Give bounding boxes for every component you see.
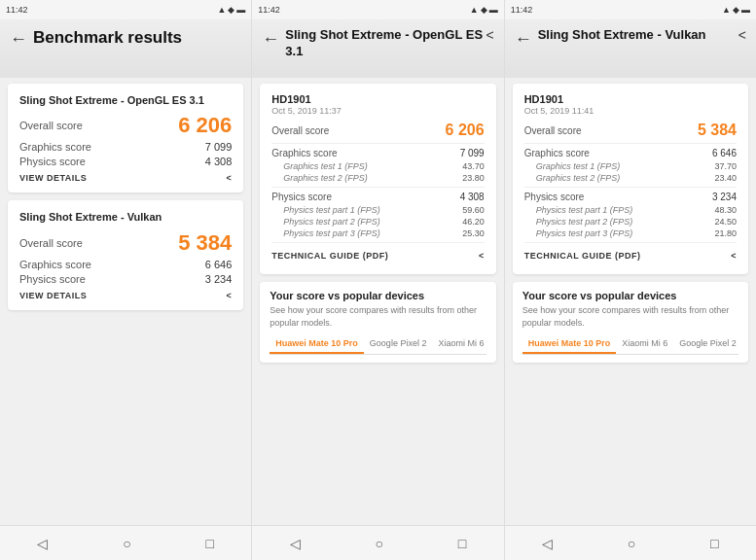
- back-button-3[interactable]: ←: [515, 29, 532, 50]
- p3-pt1-label: Physics test part 1 (FPS): [536, 205, 633, 215]
- p3-physics-value: 3 234: [712, 192, 737, 202]
- p2-graphics-row: Graphics score 7 099: [271, 148, 484, 158]
- back-nav-btn-1[interactable]: ◁: [29, 532, 55, 555]
- bottom-nav-2: ◁ ○ □: [252, 526, 504, 560]
- status-icons-2: ▲ ◆ ▬: [470, 5, 498, 15]
- tab-3-1[interactable]: Xiaomi Mi 6: [616, 334, 673, 354]
- status-bar-1: 11:42 ▲ ◆ ▬: [0, 0, 252, 19]
- p2-overall-value: 6 206: [446, 122, 485, 139]
- view-details-2[interactable]: VIEW DETAILS <: [19, 291, 232, 300]
- vulkan-overall-row: Overall score 5 384: [19, 230, 232, 256]
- panel-opengl-detail: ← Sling Shot Extreme - OpenGL ES 3.1 < H…: [252, 19, 504, 525]
- vulkan-physics-value: 3 234: [205, 273, 233, 285]
- time-1: 11:42: [6, 5, 28, 15]
- p3-graphics-label: Graphics score: [524, 148, 590, 158]
- opengl-overall-value: 6 206: [178, 113, 232, 138]
- p2-gt2-value: 23.80: [462, 173, 485, 183]
- battery-icon-3: ▬: [741, 5, 750, 15]
- opengl-overall-row: Overall score 6 206: [19, 113, 232, 138]
- p2-pt1-label: Physics test part 1 (FPS): [283, 205, 380, 215]
- back-button-1[interactable]: ←: [10, 29, 27, 50]
- opengl-physics-row: Physics score 4 308: [19, 156, 232, 167]
- share-icon-1[interactable]: <: [227, 173, 233, 183]
- vulkan-card: Sling Shot Extreme - Vulkan Overall scor…: [8, 200, 243, 309]
- popular-desc-3: See how your score compares with results…: [522, 304, 738, 329]
- wifi-icon-2: ◆: [481, 5, 487, 15]
- tech-guide-3[interactable]: TECHNICAL GUIDE (PDF) <: [524, 247, 737, 264]
- vulkan-physics-label: Physics score: [19, 273, 86, 285]
- vulkan-overall-label: Overall score: [19, 237, 83, 249]
- status-bar-2: 11:42 ▲ ◆ ▬: [252, 0, 504, 19]
- bottom-navigation: ◁ ○ □ ◁ ○ □ ◁ ○ □: [0, 525, 756, 560]
- share-icon-2[interactable]: <: [227, 291, 233, 300]
- recent-nav-btn-3[interactable]: □: [702, 532, 726, 555]
- opengl-physics-value: 4 308: [205, 156, 233, 167]
- panel3-content: HD1901 Oct 5, 2019 11:41 Overall score 5…: [505, 78, 756, 525]
- bottom-nav-1: ◁ ○ □: [0, 526, 252, 560]
- p3-physics-label: Physics score: [524, 192, 585, 202]
- back-nav-btn-3[interactable]: ◁: [534, 532, 560, 555]
- vulkan-graphics-row: Graphics score 6 646: [19, 259, 232, 270]
- home-nav-btn-2[interactable]: ○: [368, 532, 391, 555]
- share-button-3[interactable]: <: [738, 27, 746, 43]
- signal-icon: ▲: [217, 5, 226, 15]
- vulkan-graphics-value: 6 646: [205, 259, 233, 270]
- p2-physics-label: Physics score: [271, 192, 332, 202]
- wifi-icon-3: ◆: [733, 5, 739, 15]
- p3-pt2-label: Physics test part 2 (FPS): [536, 217, 633, 227]
- view-details-1[interactable]: VIEW DETAILS <: [19, 173, 232, 183]
- tabs-row-3: Huawei Mate 10 Pro Xiaomi Mi 6 Google Pi…: [522, 334, 738, 355]
- vulkan-detail-card: HD1901 Oct 5, 2019 11:41 Overall score 5…: [513, 84, 748, 274]
- tab-2-1[interactable]: Google Pixel 2: [364, 334, 433, 354]
- p3-physics-row: Physics score 3 234: [524, 192, 737, 202]
- opengl-graphics-value: 7 099: [205, 141, 233, 153]
- p2-gt2-label: Graphics test 2 (FPS): [283, 173, 368, 183]
- device-name-2: HD1901: [271, 93, 484, 105]
- tech-guide-share-icon-2[interactable]: <: [479, 251, 485, 261]
- status-bar-3: 11:42 ▲ ◆ ▬: [505, 0, 756, 19]
- tab-2-0[interactable]: Huawei Mate 10 Pro: [270, 334, 364, 354]
- opengl-graphics-label: Graphics score: [19, 141, 91, 153]
- opengl-card: Sling Shot Extreme - OpenGL ES 3.1 Overa…: [8, 84, 243, 192]
- p3-gt1-label: Graphics test 1 (FPS): [536, 161, 621, 171]
- device-date-2: Oct 5, 2019 11:37: [271, 106, 484, 116]
- panel1-content: Sling Shot Extreme - OpenGL ES 3.1 Overa…: [0, 78, 251, 525]
- p2-pt2-label: Physics test part 2 (FPS): [283, 217, 380, 227]
- p2-gt1-label: Graphics test 1 (FPS): [283, 161, 368, 171]
- battery-icon: ▬: [236, 5, 245, 15]
- tab-3-0[interactable]: Huawei Mate 10 Pro: [522, 334, 617, 354]
- p3-pt1-value: 48.30: [714, 205, 737, 215]
- panel-vulkan-detail: ← Sling Shot Extreme - Vulkan < HD1901 O…: [505, 19, 756, 525]
- opengl-detail-card: HD1901 Oct 5, 2019 11:37 Overall score 6…: [260, 84, 495, 274]
- p3-pt3-row: Physics test part 3 (FPS) 21.80: [524, 228, 737, 238]
- home-nav-btn-1[interactable]: ○: [115, 532, 138, 555]
- tech-guide-2[interactable]: TECHNICAL GUIDE (PDF) <: [271, 247, 484, 264]
- p2-graphics-label: Graphics score: [271, 148, 337, 158]
- p3-overall-label: Overall score: [524, 125, 582, 136]
- popular-title-2: Your score vs popular devices: [270, 290, 486, 301]
- battery-icon-2: ▬: [489, 5, 498, 15]
- status-icons-3: ▲ ◆ ▬: [722, 5, 750, 15]
- p3-gt2-row: Graphics test 2 (FPS) 23.40: [524, 173, 737, 183]
- recent-nav-btn-2[interactable]: □: [450, 532, 474, 555]
- tech-guide-share-icon-3[interactable]: <: [731, 251, 737, 261]
- panels-container: ← Benchmark results Sling Shot Extreme -…: [0, 19, 756, 525]
- home-nav-btn-3[interactable]: ○: [620, 532, 643, 555]
- device-name-3: HD1901: [524, 93, 737, 105]
- p3-pt2-value: 24.50: [714, 217, 737, 227]
- share-button-2[interactable]: <: [486, 27, 493, 43]
- status-icons-1: ▲ ◆ ▬: [217, 5, 245, 15]
- recent-nav-btn-1[interactable]: □: [198, 532, 221, 555]
- p3-pt3-value: 21.80: [714, 228, 737, 238]
- p2-overall-row: Overall score 6 206: [271, 122, 484, 139]
- back-button-2[interactable]: ←: [262, 29, 279, 50]
- p2-pt3-label: Physics test part 3 (FPS): [283, 228, 380, 238]
- popular-section-3: Your score vs popular devices See how yo…: [513, 282, 748, 363]
- panel1-header: ← Benchmark results: [0, 19, 251, 78]
- tab-2-2[interactable]: Xiaomi Mi 6: [432, 334, 489, 354]
- tab-3-2[interactable]: Google Pixel 2: [673, 334, 742, 354]
- p3-gt1-row: Graphics test 1 (FPS) 37.70: [524, 161, 737, 171]
- p3-pt3-label: Physics test part 3 (FPS): [536, 228, 633, 238]
- back-nav-btn-2[interactable]: ◁: [282, 532, 308, 555]
- panel2-content: HD1901 Oct 5, 2019 11:37 Overall score 6…: [252, 78, 503, 525]
